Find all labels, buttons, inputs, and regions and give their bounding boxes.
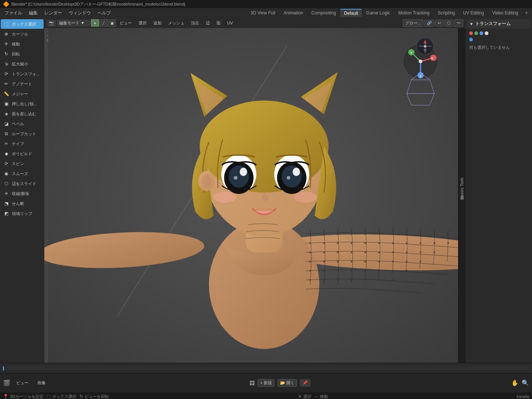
face-mode-btn[interactable]: ▣ (108, 19, 116, 27)
extrude-label: 押し出し(領... (12, 101, 37, 107)
select-icon-status: 🖱 (298, 394, 302, 399)
menu-window[interactable]: ウィンドウ (66, 9, 94, 17)
face-menu[interactable]: 面 (214, 20, 224, 27)
bevel-icon: ◪ (3, 120, 10, 127)
uv-menu[interactable]: UV (224, 20, 236, 26)
transform-label: トランスフォ... (12, 71, 40, 77)
tool-face-fill[interactable]: ◈ 面を差し込む (1, 109, 44, 119)
cursor-set-icon: 📍 (3, 394, 8, 399)
edge-slide-icon: ⬡ (3, 180, 10, 187)
bottom-img-icon[interactable]: 🖼 (249, 380, 255, 386)
tool-smooth[interactable]: ◉ スムーズ (1, 169, 44, 178)
maxiviz-label: Maxiviz Tools (460, 178, 464, 200)
tool-bevel[interactable]: ◪ ベベル (1, 119, 44, 129)
tool-transform[interactable]: ⟳ トランスフォ... (1, 69, 44, 79)
svg-point-92 (337, 270, 339, 272)
tool-shear[interactable]: ⬔ せん断 (1, 199, 44, 208)
viewport[interactable]: 📷 編集モード ▼ ● ╱ ▣ ビュー 選択 追加 メッシュ 頂点 辺 面 UV… (44, 18, 466, 363)
mesh-mode-buttons: ● ╱ ▣ (91, 19, 116, 27)
bottom-view-label[interactable]: ビュー (13, 379, 31, 386)
menu-edit[interactable]: 編集 (26, 9, 41, 17)
tool-box-select[interactable]: ⬚ ボックス選択 (1, 19, 44, 29)
undo-btn[interactable]: ↩ (435, 20, 444, 27)
tool-spin[interactable]: ⟳ スピン (1, 159, 44, 168)
tool-measure[interactable]: 📏 メジャー (1, 89, 44, 99)
vertex-menu[interactable]: 頂点 (188, 20, 202, 27)
bottom-viewport-strip: 🎬 ビュー 画像 🖼 + 新規 📂 開く 📌 ✋ 🔍 (0, 373, 532, 392)
view-menu[interactable]: ビュー (117, 20, 135, 27)
rotate-icon: ↻ (3, 51, 10, 57)
select-menu[interactable]: 選択 (136, 20, 150, 27)
shrink-fatten-icon: ✳ (3, 190, 10, 197)
link-btn[interactable]: 🔗 (424, 20, 434, 27)
tab-default[interactable]: Default (340, 9, 362, 17)
scale-icon: ⇲ (3, 61, 10, 67)
cursor-label: カーソル (12, 31, 28, 37)
tool-knife[interactable]: ✂ ナイフ (1, 139, 44, 149)
bottom-new-btn[interactable]: + 新規 (258, 379, 274, 387)
tool-shrink-fatten[interactable]: ✳ 収縮/膨張 (1, 189, 44, 198)
mesh-menu[interactable]: メッシュ (165, 20, 187, 27)
grid-btn[interactable]: ⬡ (444, 20, 453, 27)
svg-point-78 (406, 252, 407, 253)
menu-help[interactable]: ヘルプ (95, 9, 114, 17)
svg-point-99 (323, 279, 325, 281)
menu-render[interactable]: レンダー (41, 9, 65, 17)
tab-uv-editing[interactable]: UV Editing (459, 9, 488, 17)
tool-polybuild[interactable]: ◆ ポリビルド (1, 149, 44, 158)
bottom-pin-btn[interactable]: 📌 (300, 379, 310, 386)
face-fill-label: 面を差し込む (12, 111, 36, 117)
tab-add[interactable]: + (523, 10, 531, 16)
tab-3d-full[interactable]: 3D View Full (247, 9, 279, 17)
hand-icon-bottom[interactable]: ✋ (511, 379, 519, 386)
view-menu-btn[interactable]: 📷 (47, 20, 56, 26)
move-label: 移動 (12, 41, 20, 47)
svg-point-40 (282, 166, 302, 188)
smooth-icon: ◉ (3, 170, 10, 177)
box-sel-icon: ⬚ (47, 394, 51, 399)
svg-point-80 (433, 252, 435, 253)
tool-loop-cut[interactable]: ⧉ ループカット (1, 129, 44, 139)
tool-rip-region[interactable]: ◩ 領域リップ (1, 209, 44, 218)
zoom-icon-bottom[interactable]: 🔍 (522, 379, 529, 386)
right-transform-panel: ▼ トランスフォーム 何も選択していません (466, 18, 532, 363)
bottom-open-btn[interactable]: 📂 開く (277, 379, 297, 387)
model-svg: X Y Z (44, 18, 466, 363)
tool-rotate[interactable]: ↻ 回転 (1, 49, 44, 59)
tab-video-editing[interactable]: Video Editing (488, 9, 522, 17)
annotate-icon: ✏ (3, 81, 10, 87)
tab-motion-tracking[interactable]: Motion Tracking (395, 9, 433, 17)
tool-move[interactable]: ✛ 移動 (1, 39, 44, 49)
tool-extrude[interactable]: ▣ 押し出し(領... (1, 99, 44, 109)
timeline-scrubber[interactable] (3, 366, 529, 371)
menu-file[interactable]: ファイル (1, 9, 25, 17)
bottom-image-label[interactable]: 画像 (34, 379, 48, 386)
svg-point-73 (337, 252, 339, 253)
tab-animation[interactable]: Animation (280, 9, 307, 17)
tab-scripting[interactable]: Scripting (434, 9, 459, 17)
vertex-mode-btn[interactable]: ● (91, 19, 99, 27)
glow-btn[interactable]: グロー... (403, 19, 423, 27)
tool-annotate[interactable]: ✏ アノテート (1, 79, 44, 89)
window-title: Blender* [C:\Users\kondo\Desktop\3Dアバター-… (11, 1, 185, 7)
tool-cursor[interactable]: ⊕ カーソル (1, 29, 44, 39)
loop-cut-icon: ⧉ (3, 130, 10, 137)
svg-point-89 (420, 261, 422, 263)
svg-point-104 (392, 279, 394, 281)
tool-edge-slide[interactable]: ⬡ 辺をスライド (1, 179, 44, 188)
tool-scale[interactable]: ⇲ 拡大縮小 (1, 59, 44, 69)
extrude-icon: ▣ (3, 100, 10, 107)
spin-icon: ⟳ (3, 160, 10, 167)
wave-btn[interactable]: 〜 (454, 19, 463, 27)
tab-compositing[interactable]: Compositing (308, 9, 340, 17)
svg-point-54 (406, 233, 407, 235)
blender-logo: 🔶 (3, 1, 9, 7)
edge-mode-btn[interactable]: ╱ (99, 19, 108, 27)
svg-point-98 (309, 279, 311, 281)
bottom-scene-icon[interactable]: 🎬 (3, 379, 10, 386)
add-menu[interactable]: 追加 (150, 20, 164, 27)
edit-mode-selector[interactable]: 編集モード ▼ (57, 20, 90, 27)
tab-game-logic[interactable]: Game Logic (362, 9, 394, 17)
scrubber-handle[interactable] (3, 366, 4, 371)
edge-menu[interactable]: 辺 (203, 20, 213, 27)
